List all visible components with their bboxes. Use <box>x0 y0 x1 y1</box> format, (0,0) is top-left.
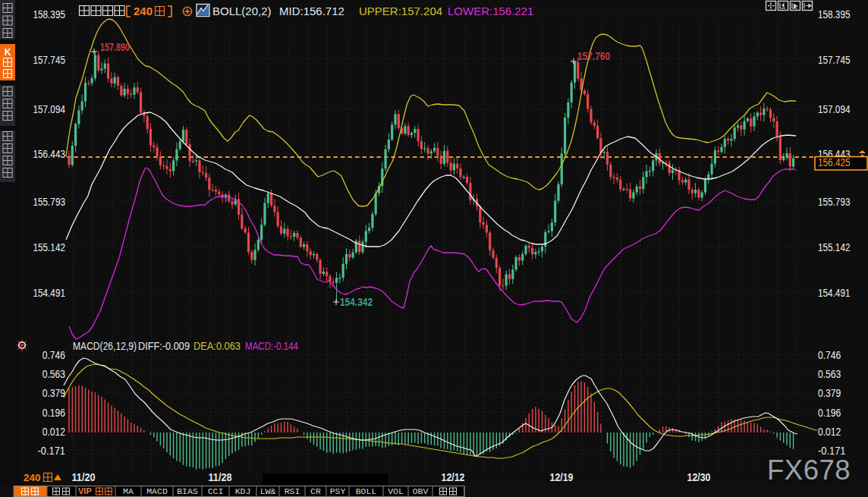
svg-text:157.760: 157.760 <box>577 50 610 62</box>
svg-text:155.793: 155.793 <box>818 195 850 208</box>
svg-text:VOL: VOL <box>388 486 404 496</box>
svg-text:0.746: 0.746 <box>818 348 841 361</box>
svg-text:RSI: RSI <box>285 486 300 496</box>
svg-text:MID:156.712: MID:156.712 <box>279 5 344 17</box>
svg-text:DEA:0.063: DEA:0.063 <box>193 340 241 352</box>
svg-text:154.491: 154.491 <box>818 286 850 299</box>
svg-text:BIAS: BIAS <box>177 486 198 496</box>
svg-text:0.563: 0.563 <box>42 367 65 380</box>
svg-text:157.890: 157.890 <box>100 41 130 53</box>
svg-text:11/28: 11/28 <box>209 471 232 483</box>
svg-text:0.012: 0.012 <box>42 425 65 438</box>
svg-text:0.196: 0.196 <box>818 406 841 419</box>
svg-text:0.746: 0.746 <box>42 348 65 361</box>
svg-text:DIFF:-0.009: DIFF:-0.009 <box>138 340 190 352</box>
svg-text:12/19: 12/19 <box>550 471 574 483</box>
svg-text:154.491: 154.491 <box>33 286 65 299</box>
svg-text:155.793: 155.793 <box>33 195 65 208</box>
svg-text:MACD: MACD <box>146 486 168 496</box>
svg-text:PSY: PSY <box>330 486 346 496</box>
svg-text:157.094: 157.094 <box>818 102 850 115</box>
svg-text:MA: MA <box>123 486 134 496</box>
svg-text:MACD:-0.144: MACD:-0.144 <box>245 340 298 352</box>
svg-text:156.443: 156.443 <box>33 147 65 160</box>
svg-text:158.395: 158.395 <box>818 8 850 20</box>
svg-text:240: 240 <box>134 5 153 17</box>
svg-text:MACD(26,12,9): MACD(26,12,9) <box>73 340 137 352</box>
svg-text:155.142: 155.142 <box>33 241 65 253</box>
svg-text:158.395: 158.395 <box>33 8 65 20</box>
svg-text:LW&: LW& <box>260 486 276 496</box>
svg-text:155.142: 155.142 <box>818 241 850 253</box>
svg-text:0.563: 0.563 <box>818 367 841 380</box>
svg-text:12/12: 12/12 <box>442 471 465 483</box>
svg-text:154.342: 154.342 <box>340 296 373 308</box>
svg-text:0.379: 0.379 <box>42 386 65 399</box>
svg-text:BOLL(20,2): BOLL(20,2) <box>212 5 272 17</box>
svg-text:0.012: 0.012 <box>818 425 841 438</box>
svg-text:11/20: 11/20 <box>72 471 96 483</box>
svg-text:VIP: VIP <box>78 486 92 495</box>
svg-text:LOWER:156.221: LOWER:156.221 <box>448 5 533 17</box>
svg-text:FX678: FX678 <box>767 455 851 486</box>
svg-text:0.196: 0.196 <box>42 406 65 419</box>
svg-text:CR: CR <box>310 486 321 496</box>
svg-text:UPPER:157.204: UPPER:157.204 <box>359 5 442 17</box>
svg-text:-0.171: -0.171 <box>38 444 65 457</box>
svg-text:K: K <box>5 47 11 58</box>
svg-text:OBV: OBV <box>413 486 429 496</box>
svg-text:156.425: 156.425 <box>818 156 851 168</box>
svg-text:157.745: 157.745 <box>818 53 850 66</box>
svg-text:157.094: 157.094 <box>33 102 65 115</box>
svg-text:12/30: 12/30 <box>687 471 711 483</box>
svg-text:240: 240 <box>24 472 41 483</box>
svg-text:0.379: 0.379 <box>818 386 841 399</box>
svg-text:BOLL: BOLL <box>356 486 377 496</box>
svg-text:157.745: 157.745 <box>33 53 65 66</box>
svg-text:KDJ: KDJ <box>235 486 251 496</box>
svg-text:CCI: CCI <box>208 486 224 496</box>
